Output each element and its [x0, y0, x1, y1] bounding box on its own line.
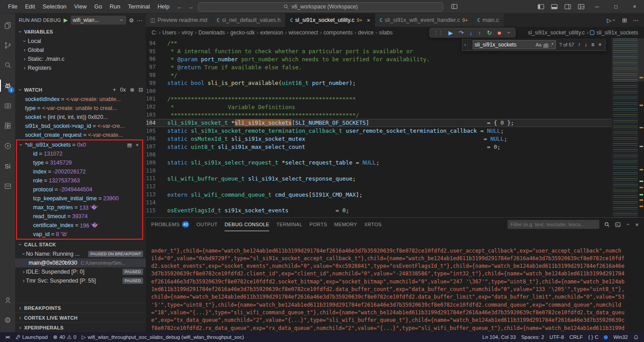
split-editor-icon[interactable]: ⊞ [622, 17, 627, 24]
callstack-thread-tmr-svc-suspended-p-55[interactable]: ›Tmr Svc: Suspended [P: 55]PAUSED [15, 276, 146, 285]
panel-tab-ports[interactable]: PORTS [309, 218, 327, 231]
step-over-button[interactable]: ↷ [459, 30, 464, 36]
account-icon[interactable] [0, 290, 15, 310]
find-toggle-replace-chevron[interactable]: › [462, 38, 468, 51]
history-forward-button[interactable]: → [187, 4, 194, 10]
section-breakpoints[interactable]: ›BREAKPOINTS [15, 303, 146, 312]
platform-status[interactable]: Win32 [610, 332, 631, 342]
toggle-primary-sidebar-icon[interactable] [534, 0, 547, 13]
watch-item-type[interactable]: type = 3145729 [17, 158, 142, 167]
problems-status[interactable]: ⊗ 40 ⚠ 0 [51, 332, 79, 342]
breadcrumb-item-downloads[interactable]: Downloads [198, 30, 225, 36]
breadcrumb-item-users[interactable]: Users [162, 30, 177, 36]
code-area[interactable]: 94/**95 * A internal function to check w… [146, 38, 612, 217]
debug-settings-gear-icon[interactable]: ⚙ [129, 17, 134, 24]
call-stack-section-header[interactable]: › CALL STACK [15, 240, 146, 249]
notifications-bell-icon[interactable] [631, 332, 641, 342]
variables-scope-global[interactable]: ›Global [15, 46, 146, 55]
variables-section-header[interactable]: › VARIABLES [15, 27, 146, 37]
cursor-position[interactable]: Ln 104, Col 33 [480, 332, 519, 342]
panel-tab-problems[interactable]: PROBLEMS40 [151, 218, 189, 231]
watch-item-socket[interactable]: socket = {int (int, int, int)} 0x820... [15, 113, 146, 122]
layout-dropdown-icon[interactable] [448, 0, 461, 13]
menu-view[interactable]: View [71, 2, 90, 11]
silabs-icon[interactable]: Si [0, 156, 15, 176]
search-icon[interactable] [0, 55, 15, 76]
maximize-panel-icon[interactable]: › [625, 222, 631, 227]
menu-go[interactable]: Go [91, 2, 106, 11]
panel-tab-memory[interactable]: MEMORY [334, 218, 357, 231]
watch-item-role[interactable]: role = 1327537363 [17, 176, 142, 185]
toolbar-drag-handle[interactable]: ⋮⋮ [434, 30, 443, 35]
breadcrumb-item-sl-si91x-socket-utility-c[interactable]: sl_si91x_socket_utility.c [527, 30, 585, 36]
encoding-status[interactable]: UTF-8 [547, 332, 567, 342]
code-line-104[interactable]: 104sli_si91x_socket_t *sli_si91x_sockets… [146, 119, 612, 127]
panel-tab-output[interactable]: OUTPUT [196, 218, 217, 231]
breadcrumb-item-viroy[interactable]: viroy [181, 30, 193, 36]
watch-item-protocol[interactable]: protocol = -2049444504 [17, 185, 142, 194]
restart-button[interactable]: ↻ [487, 30, 492, 36]
callstack-thread-idle-suspended-p-0[interactable]: ›IDLE: Suspended [P: 0]PAUSED [15, 267, 146, 276]
watch-item-socketidindex[interactable]: socketIdIndex = <-var-create: unable... [15, 95, 146, 104]
find-previous-button[interactable]: ↑ [577, 42, 581, 48]
watch-item-id[interactable]: id = 131072 [17, 149, 142, 158]
code-line-102[interactable]: 102 * Variable Definitions [146, 103, 612, 111]
menu-terminal[interactable]: Terminal [124, 2, 153, 11]
variables-scope-local[interactable]: ›Local [15, 37, 146, 46]
language-mode[interactable]: { } C [585, 332, 601, 342]
toggle-panel-icon[interactable] [547, 0, 561, 13]
remove-watch-icon[interactable]: × [136, 142, 139, 148]
close-window-button[interactable]: × [625, 0, 644, 13]
watch-item-index[interactable]: index = -2002026172 [17, 167, 142, 176]
explorer-icon[interactable] [0, 15, 15, 35]
code-line-112[interactable]: 112 [146, 182, 612, 190]
breadcrumb-item-components[interactable]: components [323, 30, 353, 36]
watch-item-si91x-bsd-socket-vap-id[interactable]: si91x_bsd_socket->vap_id = <-var-cre... [15, 122, 146, 131]
code-line-106[interactable]: 106static osMutexId_t sli_si91x_socket_m… [146, 135, 612, 143]
run-file-button[interactable]: ▷› [607, 17, 616, 24]
remote-indicator[interactable]: >< [3, 332, 13, 342]
code-line-115[interactable]: 115osEventFlagsId_t si91x_socket_events … [146, 207, 612, 215]
debug-console-view-icon[interactable] [615, 222, 621, 228]
callstack-session-no-name-running[interactable]: ›No Name: Running ...PAUSED ON BREAKPOIN… [15, 249, 146, 258]
breadcrumb-item-extension[interactable]: extension [260, 30, 284, 36]
code-line-107[interactable]: 107static uint8_t sli_si91x_max_select_c… [146, 143, 612, 151]
code-line-105[interactable]: 105static sl_si91x_socket_remote_termina… [146, 127, 612, 135]
envelope-icon[interactable] [0, 176, 15, 196]
extensions-icon[interactable] [0, 116, 15, 136]
debug-console-output[interactable]: ander_t"},child={name="watch_be124ab1ed6… [146, 231, 644, 332]
maximize-button[interactable]: □ [606, 0, 625, 13]
close-tab-icon[interactable]: × [367, 17, 370, 24]
watch-item-socket-create-request[interactable]: socket_create_request = <-var-create... [15, 131, 146, 139]
breadcrumb-item-sli-si91x-sockets[interactable]: sli_si91x_sockets [596, 30, 639, 36]
breadcrumb-item-device[interactable]: device [358, 30, 374, 36]
eol-status[interactable]: CRLF [567, 332, 585, 342]
toggle-secondary-sidebar-icon[interactable] [561, 0, 574, 13]
watch-item-vap-id[interactable]: vap_id = 8 '\b' [17, 230, 142, 239]
settings-gear-icon[interactable]: ⚙ [0, 310, 15, 330]
run-circle-icon[interactable] [0, 136, 15, 156]
find-in-selection-button[interactable]: ≡ [591, 42, 595, 48]
code-line-96[interactable]: 96 * @param port_number port_number whic… [146, 55, 612, 63]
editor-more-actions-icon[interactable]: ⋯ [633, 17, 639, 24]
code-line-101[interactable]: 101/************************************… [146, 95, 612, 103]
panel-search-icon[interactable] [604, 222, 610, 228]
code-line-114[interactable]: 114 [146, 198, 612, 207]
code-line-108[interactable]: 108 [146, 151, 612, 159]
view-binary-icon[interactable]: ▤ [127, 142, 131, 148]
step-out-button[interactable]: ↑ [478, 30, 481, 36]
feedback-dot-icon[interactable] [601, 332, 610, 342]
tab-sl-si91x-socket-utility-c[interactable]: Csl_si91x_socket_utility.c9+× [285, 13, 375, 27]
watch-item-type[interactable]: type = <-var-create: unable to creat... [15, 104, 146, 113]
breadcrumb-item-gecko-sdk[interactable]: gecko-sdk [230, 30, 255, 36]
launchpad-button[interactable]: Launchpad [13, 332, 51, 342]
minimize-button[interactable]: ─ [588, 0, 606, 13]
variables-scope-registers[interactable]: ›Registers [15, 63, 146, 72]
code-line-103[interactable]: 103 ************************************… [146, 111, 612, 119]
debug-config-status[interactable]: ▷ wifi_wlan_throughput_soc_silabs_debug … [79, 332, 247, 342]
watch-item-max-tcp-retries[interactable]: max_tcp_retries = 133 '�' [17, 203, 142, 212]
menu-help[interactable]: Help [154, 2, 173, 11]
callstack-frame-main-0x0820b930[interactable]: main@0x0820b930C:/Users/viroy/Sim... [15, 258, 146, 267]
history-back-button[interactable]: ← [177, 4, 183, 10]
remove-all-watch-icon[interactable]: ⊗ [130, 87, 134, 93]
